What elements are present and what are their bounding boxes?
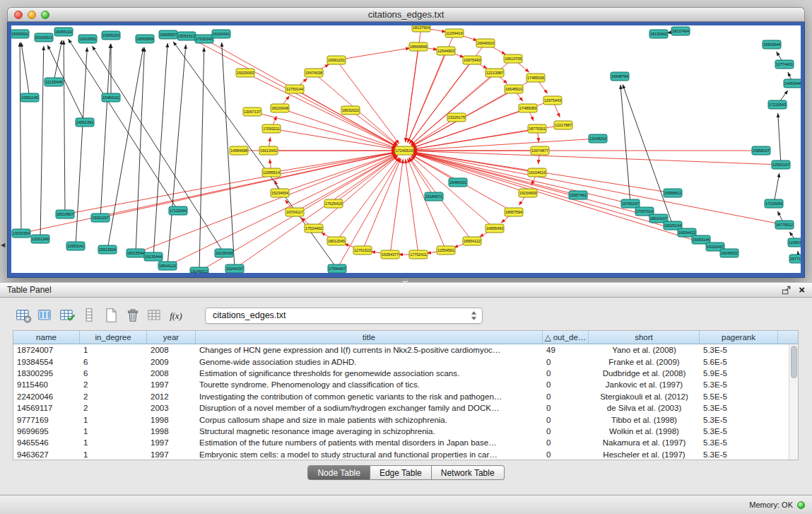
- graph-node[interactable]: 13226175: [447, 113, 466, 122]
- graph-node[interactable]: 18032022: [341, 106, 360, 115]
- graph-node[interactable]: 12085514: [262, 168, 281, 177]
- graph-node[interactable]: 16013442: [259, 146, 278, 155]
- table-row[interactable]: 1456911722003Disruption of a novel membe…: [13, 402, 798, 414]
- graph-node[interactable]: 15905153: [102, 31, 120, 40]
- graph-node[interactable]: 12217887: [554, 121, 572, 129]
- graph-node[interactable]: 18130402: [649, 30, 668, 38]
- graph-node[interactable]: 10975493: [463, 56, 481, 64]
- table-row[interactable]: 946362711997Embryonic stem cells: a mode…: [13, 449, 798, 460]
- table-settings-button[interactable]: [13, 305, 33, 325]
- graph-node[interactable]: 19245032: [720, 249, 739, 257]
- graph-node[interactable]: 15995812: [664, 189, 682, 197]
- window-titlebar[interactable]: citations_edges.txt: [7, 7, 805, 22]
- graph-node[interactable]: 16551149: [20, 93, 39, 102]
- column-header-year[interactable]: year: [147, 331, 196, 344]
- graph-node[interactable]: 12975443: [543, 96, 562, 105]
- graph-node[interactable]: 11254419: [445, 29, 464, 37]
- graph-node[interactable]: 12544903: [437, 47, 455, 55]
- graph-node[interactable]: 18137904: [412, 25, 430, 32]
- graph-node[interactable]: 16793197: [621, 199, 640, 208]
- table-row[interactable]: 911546021997Tourette syndrome. Phenomeno…: [13, 379, 798, 390]
- graph-node[interactable]: 20605057: [159, 30, 177, 39]
- zoom-window-button[interactable]: [41, 11, 49, 19]
- graph-node[interactable]: 15513504: [98, 245, 117, 254]
- graph-node[interactable]: 19135444: [144, 252, 163, 261]
- network-selector[interactable]: citations_edges.txt: [205, 308, 483, 324]
- graph-node[interactable]: 18957594: [505, 208, 523, 216]
- graph-node[interactable]: 16648794: [611, 72, 629, 81]
- graph-node[interactable]: 15957461: [569, 191, 587, 199]
- function-builder-button[interactable]: f(x): [166, 305, 187, 325]
- graph-node[interactable]: 17093211: [262, 124, 281, 133]
- graph-node[interactable]: 18012045: [327, 237, 346, 245]
- graph-node[interactable]: 15484101: [449, 178, 467, 187]
- table-disabled-button[interactable]: [144, 305, 165, 325]
- graph-node[interactable]: 15930502: [11, 30, 29, 38]
- table-row[interactable]: 1872400712008Changes of HCN gene express…: [13, 344, 798, 356]
- table-columns-button[interactable]: [35, 305, 55, 325]
- graph-node[interactable]: 17752411: [409, 250, 428, 259]
- column-header-in_degree[interactable]: in_degree: [80, 331, 147, 344]
- graph-node[interactable]: 17240516: [395, 146, 413, 155]
- graph-node[interactable]: 17524402: [305, 224, 323, 233]
- column-header-out_de[interactable]: △ out_de…: [543, 331, 589, 344]
- table-scrollbar[interactable]: [789, 344, 798, 460]
- scrollbar-thumb[interactable]: [791, 346, 797, 378]
- graph-node[interactable]: 16055102: [54, 28, 73, 36]
- graph-node[interactable]: 16354377: [381, 250, 399, 259]
- tab-edge-table[interactable]: Edge Table: [370, 465, 432, 480]
- graph-node[interactable]: 13033354: [12, 229, 30, 238]
- graph-node[interactable]: 18314507: [56, 210, 74, 218]
- graph-node[interactable]: 18137404: [671, 27, 690, 35]
- graph-node[interactable]: 19613705: [504, 54, 522, 63]
- graph-node[interactable]: 13067137: [243, 107, 261, 116]
- graph-node[interactable]: 15484161: [102, 93, 120, 102]
- column-header-title[interactable]: title: [196, 331, 543, 344]
- graph-node[interactable]: 12350144: [788, 238, 801, 247]
- graph-node[interactable]: 18544122: [158, 262, 177, 270]
- graph-node[interactable]: 16648910: [505, 85, 523, 93]
- graph-node[interactable]: 15474038: [305, 69, 323, 77]
- graph-node[interactable]: 15234654: [271, 189, 289, 197]
- graph-node[interactable]: 17030342: [195, 35, 213, 43]
- table-row[interactable]: 2242004622012Investigating the contribut…: [13, 391, 798, 402]
- graph-node[interactable]: 18315544: [126, 249, 145, 257]
- graph-node[interactable]: 10674877: [531, 146, 549, 155]
- graph-node[interactable]: 19565899: [136, 35, 154, 43]
- graph-node[interactable]: 16135430: [215, 249, 233, 257]
- graph-node[interactable]: 12774401: [775, 60, 794, 69]
- graph-node[interactable]: 18220648: [271, 104, 289, 112]
- tab-node-table[interactable]: Node Table: [307, 465, 370, 480]
- graph-node[interactable]: 15244157: [225, 264, 244, 273]
- graph-node[interactable]: 12750144: [286, 85, 304, 93]
- graph-node[interactable]: 13161340: [31, 235, 49, 243]
- graph-node[interactable]: 14584698: [230, 146, 248, 155]
- graph-node[interactable]: 17210543: [768, 100, 787, 109]
- column-header-pagerank[interactable]: pagerank: [700, 331, 778, 344]
- tab-network-table[interactable]: Network Table: [432, 465, 505, 480]
- graph-node[interactable]: 18565899: [409, 42, 428, 51]
- graph-node[interactable]: 12553107: [772, 160, 790, 169]
- new-document-button[interactable]: [100, 305, 121, 325]
- graph-node[interactable]: 17485036: [526, 74, 545, 82]
- graph-node[interactable]: 12125449: [45, 78, 63, 86]
- graph-node[interactable]: 17103054: [765, 199, 783, 208]
- graph-node[interactable]: 16640910: [476, 39, 495, 47]
- table-row[interactable]: 969969511998Structural magnetic resonanc…: [13, 426, 798, 437]
- graph-node[interactable]: 15025093: [236, 69, 254, 77]
- graph-node[interactable]: 19154609: [519, 189, 537, 197]
- collapse-arrow-icon[interactable]: ◀: [1, 242, 5, 248]
- graph-node[interactable]: 18775301: [528, 124, 546, 133]
- table-row[interactable]: 977716911998Corpus callosum shape and si…: [13, 414, 798, 425]
- close-panel-button[interactable]: ×: [799, 285, 805, 295]
- graph-node[interactable]: 14051361: [76, 118, 94, 127]
- column-selector-button[interactable]: [78, 305, 99, 325]
- panel-splitter-handle[interactable]: [403, 279, 408, 281]
- graph-node[interactable]: 16895493: [486, 224, 504, 233]
- graph-node[interactable]: 12761522: [353, 246, 372, 255]
- graph-node[interactable]: 16104616: [528, 168, 546, 177]
- table-import-button[interactable]: [57, 305, 77, 325]
- graph-node[interactable]: 17132044: [169, 206, 187, 215]
- table-row[interactable]: 1830029562008Estimation of significance …: [13, 368, 798, 379]
- graph-node[interactable]: 15184571: [425, 192, 443, 201]
